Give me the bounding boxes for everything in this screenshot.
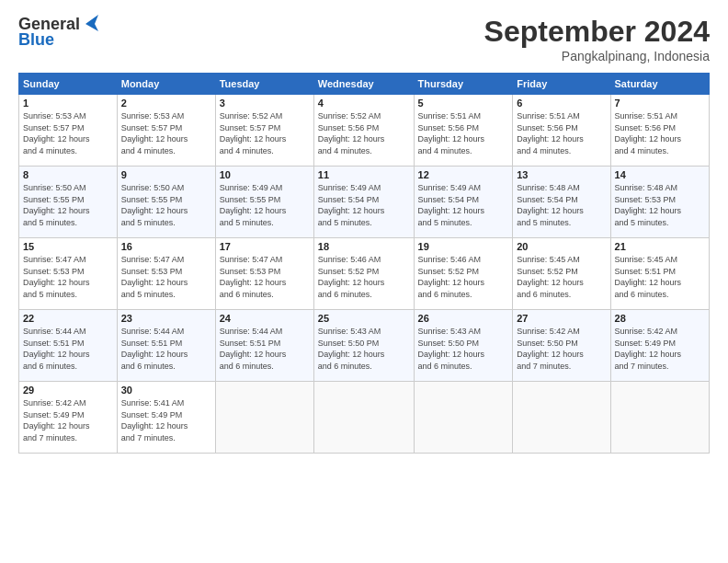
calendar-cell xyxy=(610,382,709,454)
calendar-cell: 28Sunrise: 5:42 AMSunset: 5:49 PMDayligh… xyxy=(610,310,709,382)
day-number: 16 xyxy=(121,241,211,252)
day-number: 18 xyxy=(318,241,410,252)
calendar-cell: 17Sunrise: 5:47 AMSunset: 5:53 PMDayligh… xyxy=(215,238,313,310)
calendar-cell: 3Sunrise: 5:52 AMSunset: 5:57 PMDaylight… xyxy=(215,95,313,167)
calendar-cell: 10Sunrise: 5:49 AMSunset: 5:55 PMDayligh… xyxy=(215,167,313,238)
day-number: 24 xyxy=(220,313,310,324)
week-row-4: 22Sunrise: 5:44 AMSunset: 5:51 PMDayligh… xyxy=(19,310,710,382)
calendar-cell xyxy=(513,382,610,454)
week-row-2: 8Sunrise: 5:50 AMSunset: 5:55 PMDaylight… xyxy=(19,167,710,238)
day-info: Sunrise: 5:51 AMSunset: 5:56 PMDaylight:… xyxy=(517,110,606,156)
day-number: 29 xyxy=(23,385,113,396)
week-row-1: 1Sunrise: 5:53 AMSunset: 5:57 PMDaylight… xyxy=(19,95,710,167)
day-info: Sunrise: 5:49 AMSunset: 5:55 PMDaylight:… xyxy=(220,182,310,228)
day-number: 27 xyxy=(517,313,606,324)
day-number: 26 xyxy=(418,313,509,324)
day-number: 14 xyxy=(615,169,705,180)
calendar-cell: 20Sunrise: 5:45 AMSunset: 5:52 PMDayligh… xyxy=(513,238,610,310)
page-header: General Blue September 2024 Pangkalpinan… xyxy=(18,15,710,63)
week-row-5: 29Sunrise: 5:42 AMSunset: 5:49 PMDayligh… xyxy=(19,382,710,454)
calendar-cell: 27Sunrise: 5:42 AMSunset: 5:50 PMDayligh… xyxy=(513,310,610,382)
day-number: 30 xyxy=(121,385,211,396)
calendar-cell: 23Sunrise: 5:44 AMSunset: 5:51 PMDayligh… xyxy=(117,310,215,382)
calendar-cell: 2Sunrise: 5:53 AMSunset: 5:57 PMDaylight… xyxy=(117,95,215,167)
day-info: Sunrise: 5:53 AMSunset: 5:57 PMDaylight:… xyxy=(23,110,113,156)
day-number: 11 xyxy=(318,169,410,180)
day-number: 12 xyxy=(418,169,509,180)
calendar-cell: 16Sunrise: 5:47 AMSunset: 5:53 PMDayligh… xyxy=(117,238,215,310)
day-number: 25 xyxy=(318,313,410,324)
col-header-thursday: Thursday xyxy=(414,74,513,95)
month-title: September 2024 xyxy=(484,15,710,49)
calendar-cell: 21Sunrise: 5:45 AMSunset: 5:51 PMDayligh… xyxy=(610,238,709,310)
col-header-sunday: Sunday xyxy=(19,74,118,95)
day-info: Sunrise: 5:48 AMSunset: 5:53 PMDaylight:… xyxy=(615,182,705,228)
calendar-cell: 7Sunrise: 5:51 AMSunset: 5:56 PMDaylight… xyxy=(610,95,709,167)
day-number: 20 xyxy=(517,241,606,252)
day-info: Sunrise: 5:44 AMSunset: 5:51 PMDaylight:… xyxy=(121,326,211,372)
day-info: Sunrise: 5:42 AMSunset: 5:50 PMDaylight:… xyxy=(517,326,606,372)
calendar-cell: 8Sunrise: 5:50 AMSunset: 5:55 PMDaylight… xyxy=(19,167,118,238)
day-info: Sunrise: 5:47 AMSunset: 5:53 PMDaylight:… xyxy=(121,254,211,300)
day-number: 4 xyxy=(318,98,410,109)
col-header-tuesday: Tuesday xyxy=(215,74,313,95)
day-number: 3 xyxy=(220,98,310,109)
day-info: Sunrise: 5:47 AMSunset: 5:53 PMDaylight:… xyxy=(23,254,113,300)
day-info: Sunrise: 5:51 AMSunset: 5:56 PMDaylight:… xyxy=(418,110,509,156)
logo-bird-icon xyxy=(82,15,98,31)
day-number: 23 xyxy=(121,313,211,324)
col-header-monday: Monday xyxy=(117,74,215,95)
day-number: 21 xyxy=(615,241,705,252)
day-info: Sunrise: 5:43 AMSunset: 5:50 PMDaylight:… xyxy=(418,326,509,372)
title-block: September 2024 Pangkalpinang, Indonesia xyxy=(484,15,710,63)
calendar-cell: 12Sunrise: 5:49 AMSunset: 5:54 PMDayligh… xyxy=(414,167,513,238)
day-number: 28 xyxy=(615,313,705,324)
day-number: 13 xyxy=(517,169,606,180)
calendar-cell: 6Sunrise: 5:51 AMSunset: 5:56 PMDaylight… xyxy=(513,95,610,167)
calendar-cell: 1Sunrise: 5:53 AMSunset: 5:57 PMDaylight… xyxy=(19,95,118,167)
col-header-friday: Friday xyxy=(513,74,610,95)
col-header-wednesday: Wednesday xyxy=(313,74,414,95)
day-number: 22 xyxy=(23,313,113,324)
day-info: Sunrise: 5:52 AMSunset: 5:56 PMDaylight:… xyxy=(318,110,410,156)
col-header-saturday: Saturday xyxy=(610,74,709,95)
calendar-table: SundayMondayTuesdayWednesdayThursdayFrid… xyxy=(18,73,710,454)
day-info: Sunrise: 5:42 AMSunset: 5:49 PMDaylight:… xyxy=(23,397,113,443)
day-number: 2 xyxy=(121,98,211,109)
calendar-header-row: SundayMondayTuesdayWednesdayThursdayFrid… xyxy=(19,74,710,95)
logo: General Blue xyxy=(18,15,98,50)
calendar-cell xyxy=(215,382,313,454)
day-info: Sunrise: 5:43 AMSunset: 5:50 PMDaylight:… xyxy=(318,326,410,372)
day-number: 6 xyxy=(517,98,606,109)
day-number: 1 xyxy=(23,98,113,109)
day-info: Sunrise: 5:50 AMSunset: 5:55 PMDaylight:… xyxy=(121,182,211,228)
calendar-cell: 30Sunrise: 5:41 AMSunset: 5:49 PMDayligh… xyxy=(117,382,215,454)
logo-blue: Blue xyxy=(18,30,54,50)
calendar-cell xyxy=(313,382,414,454)
day-info: Sunrise: 5:47 AMSunset: 5:53 PMDaylight:… xyxy=(220,254,310,300)
day-number: 10 xyxy=(220,169,310,180)
day-info: Sunrise: 5:50 AMSunset: 5:55 PMDaylight:… xyxy=(23,182,113,228)
day-info: Sunrise: 5:49 AMSunset: 5:54 PMDaylight:… xyxy=(418,182,509,228)
day-info: Sunrise: 5:44 AMSunset: 5:51 PMDaylight:… xyxy=(220,326,310,372)
calendar-cell: 22Sunrise: 5:44 AMSunset: 5:51 PMDayligh… xyxy=(19,310,118,382)
calendar-cell: 15Sunrise: 5:47 AMSunset: 5:53 PMDayligh… xyxy=(19,238,118,310)
calendar-page: General Blue September 2024 Pangkalpinan… xyxy=(0,0,728,563)
day-number: 5 xyxy=(418,98,509,109)
day-number: 7 xyxy=(615,98,705,109)
calendar-cell: 25Sunrise: 5:43 AMSunset: 5:50 PMDayligh… xyxy=(313,310,414,382)
day-info: Sunrise: 5:46 AMSunset: 5:52 PMDaylight:… xyxy=(418,254,509,300)
day-info: Sunrise: 5:44 AMSunset: 5:51 PMDaylight:… xyxy=(23,326,113,372)
day-info: Sunrise: 5:53 AMSunset: 5:57 PMDaylight:… xyxy=(121,110,211,156)
calendar-cell: 11Sunrise: 5:49 AMSunset: 5:54 PMDayligh… xyxy=(313,167,414,238)
day-number: 8 xyxy=(23,169,113,180)
day-number: 19 xyxy=(418,241,509,252)
calendar-cell: 29Sunrise: 5:42 AMSunset: 5:49 PMDayligh… xyxy=(19,382,118,454)
svg-marker-0 xyxy=(85,15,98,31)
day-info: Sunrise: 5:49 AMSunset: 5:54 PMDaylight:… xyxy=(318,182,410,228)
day-info: Sunrise: 5:48 AMSunset: 5:54 PMDaylight:… xyxy=(517,182,606,228)
calendar-cell: 13Sunrise: 5:48 AMSunset: 5:54 PMDayligh… xyxy=(513,167,610,238)
day-info: Sunrise: 5:45 AMSunset: 5:51 PMDaylight:… xyxy=(615,254,705,300)
calendar-cell: 14Sunrise: 5:48 AMSunset: 5:53 PMDayligh… xyxy=(610,167,709,238)
calendar-cell: 4Sunrise: 5:52 AMSunset: 5:56 PMDaylight… xyxy=(313,95,414,167)
